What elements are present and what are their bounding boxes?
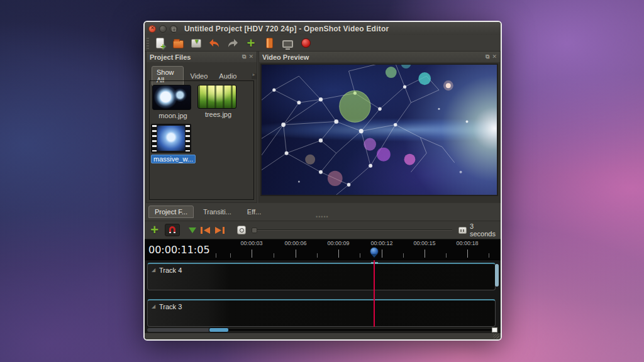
horizontal-scrollbar-thumb[interactable] bbox=[209, 327, 229, 332]
add-track-button[interactable]: + bbox=[148, 224, 161, 236]
save-project-button[interactable] bbox=[190, 37, 203, 50]
video-preview-panel: Video Preview ⧉ ✕ bbox=[258, 51, 501, 219]
ruler-label: 00:00:12 bbox=[370, 240, 392, 246]
magnet-icon bbox=[168, 226, 177, 234]
track-label: Track 4 bbox=[159, 266, 182, 274]
marker-triangle-icon bbox=[189, 228, 196, 233]
undock-icon[interactable]: ⧉ bbox=[486, 54, 489, 60]
snapping-toggle-button[interactable] bbox=[165, 224, 180, 236]
project-files-title: Project Files bbox=[150, 53, 191, 61]
close-button[interactable] bbox=[148, 25, 156, 33]
open-folder-icon bbox=[173, 40, 184, 48]
record-icon bbox=[301, 38, 311, 48]
playhead-tip-icon bbox=[371, 254, 377, 258]
previous-marker-icon bbox=[200, 226, 211, 234]
open-project-button[interactable] bbox=[172, 37, 184, 50]
file-label: moon.jpg bbox=[152, 112, 194, 119]
track-3[interactable]: ◢ Track 3 bbox=[147, 299, 496, 327]
dock-tab-effects[interactable]: Eff... bbox=[241, 206, 267, 218]
zoom-fit-button[interactable] bbox=[237, 226, 247, 234]
playhead-marker[interactable] bbox=[370, 247, 379, 258]
file-item-trees[interactable]: trees.jpg bbox=[197, 85, 239, 118]
new-project-icon bbox=[156, 38, 164, 48]
plus-icon: + bbox=[247, 38, 255, 48]
close-panel-icon[interactable]: ✕ bbox=[492, 54, 497, 60]
video-canvas[interactable] bbox=[262, 65, 497, 195]
ruler-label: 00:00:06 bbox=[284, 240, 306, 246]
zoom-slider-handle[interactable] bbox=[252, 228, 257, 233]
window-bottom-edge bbox=[145, 333, 501, 339]
ruler-label: 00:00:03 bbox=[240, 240, 262, 246]
toolbar-drag-handle[interactable] bbox=[147, 38, 149, 49]
profile-icon bbox=[266, 38, 273, 48]
video-filmstrip-thumbnail bbox=[151, 124, 191, 153]
project-files-header: Project Files ⧉ ✕ bbox=[147, 52, 257, 62]
redo-button[interactable] bbox=[226, 37, 239, 50]
horizontal-scrollbar[interactable] bbox=[145, 327, 501, 333]
fullscreen-button[interactable] bbox=[281, 37, 294, 50]
video-preview-header: Video Preview ⧉ ✕ bbox=[259, 52, 500, 62]
titlebar[interactable]: Untitled Project [HDV 720 24p] - OpenSho… bbox=[145, 22, 501, 35]
fullscreen-icon bbox=[282, 40, 293, 48]
new-project-button[interactable] bbox=[153, 37, 166, 50]
minimize-button[interactable] bbox=[159, 25, 167, 33]
ruler-label: 00:00:15 bbox=[413, 240, 435, 246]
next-marker-icon bbox=[214, 226, 225, 234]
ruler-label: 00:00:09 bbox=[327, 240, 349, 246]
video-frame bbox=[260, 63, 498, 196]
zoom-scale-label: 3 seconds bbox=[470, 222, 501, 238]
track-collapse-chevron-icon[interactable]: ◢ bbox=[152, 304, 155, 309]
scrollbar-lead-segment bbox=[147, 328, 210, 332]
add-marker-button[interactable] bbox=[186, 224, 199, 236]
video-preview-title: Video Preview bbox=[262, 53, 309, 61]
add-track-plus-icon: + bbox=[150, 225, 158, 235]
undo-button[interactable] bbox=[208, 37, 221, 50]
files-list[interactable]: moon.jpg trees.jpg massive_w... bbox=[149, 80, 254, 200]
timeline-toolbar: + 3 seconds bbox=[145, 221, 501, 239]
trees-thumbnail bbox=[197, 85, 236, 109]
close-panel-icon[interactable]: ✕ bbox=[248, 54, 253, 60]
plexus-network-graphic bbox=[262, 65, 497, 195]
export-video-button[interactable] bbox=[299, 37, 312, 50]
save-icon bbox=[191, 39, 201, 48]
nebula-thumb-image bbox=[157, 126, 185, 151]
scrollbar-groove bbox=[229, 329, 492, 331]
redo-icon bbox=[226, 38, 239, 48]
ruler-label: 00:00:18 bbox=[456, 240, 478, 246]
choose-profile-button[interactable] bbox=[263, 37, 275, 50]
window-title: Untitled Project [HDV 720 24p] - OpenSho… bbox=[184, 25, 389, 33]
vertical-scrollbar-thumb[interactable] bbox=[495, 264, 499, 287]
track-label: Track 3 bbox=[159, 303, 182, 310]
dock-tab-project-files[interactable]: Project F... bbox=[148, 206, 194, 218]
playhead-timecode: 00:00:11:05 bbox=[148, 244, 210, 256]
track-collapse-chevron-icon[interactable]: ◢ bbox=[152, 267, 155, 273]
project-files-panel: Project Files ⧉ ✕ Show All Video Audio m… bbox=[146, 51, 257, 203]
import-files-button[interactable]: + bbox=[245, 37, 257, 50]
playhead-line bbox=[374, 260, 375, 327]
previous-marker-button[interactable] bbox=[200, 224, 213, 236]
file-label: trees.jpg bbox=[197, 111, 239, 118]
timeline-tracks-canvas[interactable]: ◢ Track 4 ◢ Track 3 bbox=[145, 260, 501, 327]
timeline-ruler[interactable]: 00:00:11:05 00:00:03 00:00:06 00:00:09 0… bbox=[145, 239, 501, 260]
main-toolbar: + bbox=[145, 35, 501, 52]
undock-icon[interactable]: ⧉ bbox=[242, 54, 246, 60]
openshot-window: Untitled Project [HDV 720 24p] - OpenSho… bbox=[143, 21, 502, 341]
zoom-slider-track[interactable] bbox=[257, 229, 452, 231]
splitter-grip[interactable]: ••••• bbox=[316, 214, 329, 220]
resize-grip[interactable] bbox=[493, 334, 499, 339]
file-item-massive[interactable]: massive_w... bbox=[151, 124, 195, 164]
file-label-selected: massive_w... bbox=[151, 155, 196, 163]
next-marker-button[interactable] bbox=[213, 224, 226, 236]
zoom-scale-icon[interactable] bbox=[458, 227, 467, 234]
maximize-button[interactable] bbox=[170, 25, 177, 33]
tab-overflow-arrow-icon[interactable] bbox=[252, 74, 257, 79]
undo-icon bbox=[208, 38, 221, 48]
file-item-moon[interactable]: moon.jpg bbox=[152, 85, 194, 119]
dock-tab-transitions[interactable]: Transiti... bbox=[197, 206, 238, 218]
scrollbar-end-box[interactable] bbox=[492, 327, 497, 332]
moon-thumbnail bbox=[152, 85, 191, 110]
track-4[interactable]: ◢ Track 4 bbox=[147, 263, 496, 290]
